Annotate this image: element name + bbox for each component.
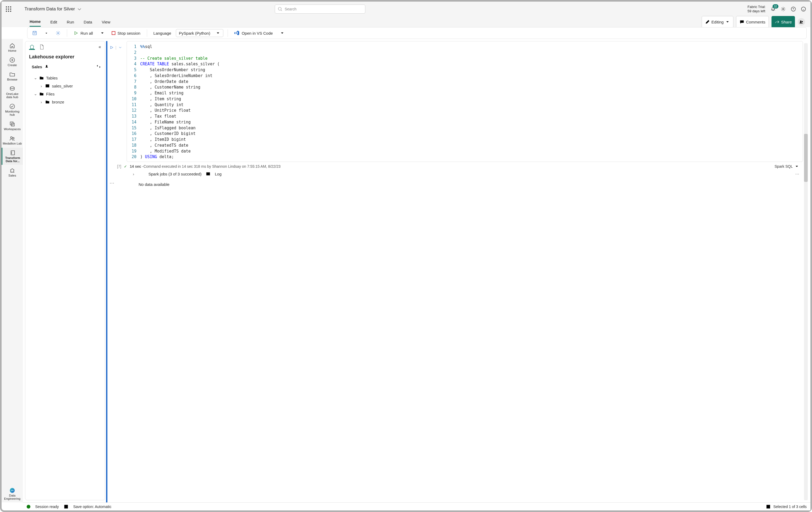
cell-language-select[interactable]: Spark SQL: [775, 164, 799, 169]
vertical-scrollbar[interactable]: [804, 43, 808, 500]
output-empty: No data available: [117, 179, 170, 208]
comment-icon: [740, 20, 744, 24]
tab-run[interactable]: Run: [67, 18, 74, 26]
log-link[interactable]: Log: [215, 172, 222, 176]
chevron-down-icon: [215, 31, 221, 35]
trial-status: Fabric Trial: 59 days left: [748, 5, 765, 13]
list-icon: [139, 171, 144, 176]
users-icon: [9, 135, 15, 141]
rail-sales[interactable]: Sales: [2, 165, 23, 179]
explorer-tab-lakehouse[interactable]: [29, 44, 35, 50]
collapse-panel-button[interactable]: «: [98, 45, 101, 49]
save-option: Save option: Automatic: [73, 505, 111, 509]
rail-home[interactable]: Home: [2, 41, 23, 54]
svg-rect-17: [46, 84, 49, 87]
chevron-down-icon: [725, 20, 730, 24]
swap-icon: [96, 64, 101, 69]
comments-button[interactable]: Comments: [736, 16, 769, 28]
rail-persona[interactable]: Data Engineering: [2, 485, 23, 503]
editing-mode-button[interactable]: Editing: [702, 16, 734, 28]
plus-circle-icon: [9, 57, 15, 63]
explorer-title: Lakehouse explorer: [29, 54, 101, 60]
cell-counter: [7]: [110, 164, 121, 168]
document-icon: [39, 44, 45, 50]
gear-icon: [781, 7, 786, 11]
more-actions[interactable]: ⋯: [790, 39, 793, 39]
copy-cell-icon[interactable]: [764, 39, 770, 39]
save-icon: [32, 31, 37, 35]
pin-icon: [44, 64, 49, 69]
chevron-right-icon: ›: [40, 84, 43, 88]
notebook-icon: [10, 150, 16, 156]
search-icon: [278, 7, 283, 11]
stop-session-button[interactable]: Stop session: [110, 30, 143, 36]
explorer-database[interactable]: Sales: [29, 62, 101, 71]
tree-node-sales-silver[interactable]: › sales_silver: [29, 82, 101, 90]
language-select[interactable]: PySpark (Python): [176, 29, 223, 37]
code-editor[interactable]: M↓ ⋯ 1%%sql 2 3-- Create sales_silver ta…: [126, 41, 803, 162]
svg-rect-6: [33, 31, 36, 35]
check-icon: ✓: [124, 164, 127, 168]
document-title[interactable]: Transform Data for Silver: [25, 6, 82, 12]
freeze-icon[interactable]: [782, 39, 786, 39]
rail-create[interactable]: Create: [2, 55, 23, 69]
rail-medallion[interactable]: Medallion Lab: [2, 133, 23, 147]
download-button[interactable]: [42, 30, 51, 36]
chevron-down-icon: [280, 31, 285, 35]
feedback-button[interactable]: [801, 6, 806, 12]
run-all-dropdown[interactable]: [98, 30, 107, 36]
trash-icon[interactable]: [797, 39, 802, 39]
chevron-down-icon: [77, 7, 82, 11]
search-input[interactable]: Search: [275, 4, 365, 14]
svg-point-9: [10, 87, 14, 88]
svg-point-1: [782, 8, 784, 10]
vscode-dropdown[interactable]: [278, 30, 287, 36]
swap-button[interactable]: [96, 64, 101, 70]
tree-node-files[interactable]: ⌄ Files: [29, 90, 101, 98]
play-icon: [74, 31, 78, 35]
rail-browse[interactable]: Browse: [2, 69, 23, 83]
run-cell-button[interactable]: [110, 45, 114, 50]
explorer-tab-files[interactable]: [39, 44, 45, 50]
folder-icon: [45, 100, 50, 104]
tab-view[interactable]: View: [102, 18, 110, 26]
lakehouse-icon: [9, 167, 15, 173]
account-avatar[interactable]: [798, 18, 805, 26]
save-button[interactable]: [30, 30, 39, 36]
search-placeholder: Search: [285, 7, 296, 11]
tree-node-bronze[interactable]: › bronze: [29, 98, 101, 106]
save-icon: [64, 504, 68, 509]
table-icon: [45, 83, 50, 88]
cell-more-menu[interactable]: ⋯: [110, 179, 117, 208]
tab-data[interactable]: Data: [84, 18, 92, 26]
tab-edit[interactable]: Edit: [50, 18, 57, 26]
tab-home[interactable]: Home: [30, 17, 41, 27]
expand-output[interactable]: ›: [132, 172, 135, 176]
spark-jobs-link[interactable]: Spark jobs (3 of 3 succeeded): [148, 172, 201, 176]
settings-tool-button[interactable]: [54, 30, 63, 36]
tree-node-tables[interactable]: ⌄ Tables: [29, 74, 101, 82]
lock-icon[interactable]: [773, 39, 778, 39]
notifications-button[interactable]: 32: [771, 6, 776, 12]
settings-button[interactable]: [781, 6, 786, 12]
cell-status-row: [7] ✓ 14 sec -Command executed in 14 sec…: [110, 162, 803, 171]
rail-workspaces[interactable]: Workspaces: [2, 119, 23, 133]
folder-icon: [9, 72, 15, 77]
monitoring-icon: [9, 104, 15, 109]
help-button[interactable]: [791, 6, 796, 12]
run-dropdown[interactable]: [118, 45, 122, 50]
folder-icon: [39, 91, 44, 96]
language-label: Language: [151, 30, 173, 36]
rail-onelake[interactable]: OneLake data hub: [2, 84, 23, 101]
open-vscode-button[interactable]: Open in VS Code: [232, 29, 275, 37]
output-more[interactable]: ⋯: [795, 171, 799, 176]
rail-monitoring[interactable]: Monitoring hub: [2, 101, 23, 118]
svg-point-3: [801, 7, 806, 11]
home-icon: [9, 43, 15, 49]
share-button[interactable]: Share: [772, 16, 795, 28]
rail-transform[interactable]: Transform Data for...: [2, 148, 23, 165]
app-launcher-icon[interactable]: [6, 6, 11, 12]
delete-cell-icon[interactable]: [756, 39, 761, 39]
run-all-button[interactable]: Run all: [71, 30, 95, 36]
lakehouse-icon: [29, 44, 35, 50]
